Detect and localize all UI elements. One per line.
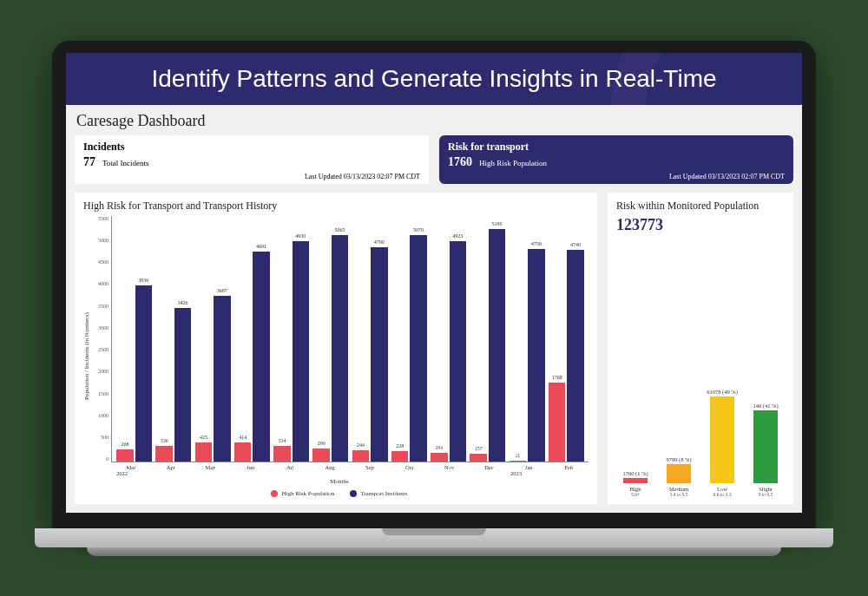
bar-transport[interactable]: 4790 bbox=[371, 247, 387, 461]
bar-high-risk[interactable]: 191 bbox=[431, 453, 447, 462]
x-tick: Feb bbox=[549, 462, 589, 470]
bar-value-label: 244 bbox=[357, 442, 365, 448]
chart-title: High Risk for Transport and Transport Hi… bbox=[83, 200, 589, 213]
year-2022: 2022 bbox=[111, 470, 507, 476]
bar-value-label: 1768 bbox=[552, 375, 562, 380]
legend-swatch-red bbox=[271, 490, 278, 497]
chart-xlabel: Months bbox=[90, 478, 589, 485]
bar-value-label: 3697 bbox=[217, 288, 227, 293]
legend-high-risk: High Risk Population bbox=[271, 490, 334, 497]
y-tick: 2500 bbox=[90, 347, 108, 352]
bar-transport[interactable]: 5190 bbox=[489, 229, 505, 461]
bar-high-risk[interactable]: 336 bbox=[155, 446, 172, 461]
bar-transport[interactable]: 4740 bbox=[567, 250, 583, 462]
bar-value-label: 228 bbox=[396, 443, 404, 449]
bar-high-risk[interactable]: 334 bbox=[273, 446, 290, 461]
bar-high-risk[interactable]: 244 bbox=[352, 450, 369, 462]
bar-high-risk[interactable]: 11 bbox=[510, 461, 526, 462]
panel-risk-population: Risk within Monitored Population 123773 … bbox=[608, 193, 793, 504]
month-group: 1914923 bbox=[430, 216, 467, 462]
bar-value-label: 4691 bbox=[256, 244, 266, 249]
month-group: 2905065 bbox=[312, 216, 349, 462]
y-tick: 0 bbox=[90, 456, 108, 462]
bar-high-risk[interactable]: 425 bbox=[195, 442, 212, 462]
month-group: 17684740 bbox=[548, 216, 585, 462]
bar-high-risk[interactable]: 414 bbox=[234, 442, 251, 461]
month-group: 1575190 bbox=[469, 216, 506, 462]
screen-bezel: Identify Patterns and Generate Insights … bbox=[52, 41, 816, 528]
card-risk-value: 1760 bbox=[448, 155, 472, 169]
risk-value-label: 61078 (49 %) bbox=[707, 389, 738, 395]
bar-value-label: 334 bbox=[278, 438, 286, 443]
risk-category-label: High bbox=[630, 486, 641, 492]
page-title: Caresage Dashboard bbox=[76, 112, 793, 130]
risk-panel-title: Risk within Monitored Population bbox=[616, 200, 785, 213]
summary-cards: Incidents 77 Total Incidents Last Update… bbox=[75, 135, 793, 184]
y-tick: 4000 bbox=[90, 281, 108, 286]
bar-transport[interactable]: 5065 bbox=[332, 235, 348, 462]
bar-transport[interactable]: 3697 bbox=[214, 296, 230, 461]
laptop-base bbox=[35, 528, 833, 547]
risk-range-label: 0.6 to 3.3 bbox=[713, 492, 732, 497]
legend-label-1: Transport Incidents bbox=[360, 490, 407, 497]
bar-transport[interactable]: 4930 bbox=[293, 241, 309, 462]
y-tick: 500 bbox=[90, 435, 108, 440]
risk-bar[interactable] bbox=[753, 410, 778, 483]
bar-value-label: 5070 bbox=[413, 227, 424, 233]
banner: Identify Patterns and Generate Insights … bbox=[66, 53, 802, 105]
month-group: 2683936 bbox=[115, 216, 153, 462]
x-tick: Dec bbox=[469, 462, 509, 470]
x-tick: Nov bbox=[430, 462, 470, 470]
risk-bar[interactable] bbox=[667, 464, 691, 483]
bar-transport[interactable]: 3426 bbox=[174, 308, 191, 461]
month-group: 2444790 bbox=[352, 216, 389, 462]
bar-high-risk[interactable]: 268 bbox=[116, 449, 133, 462]
legend-transport-incidents: Transport Incidents bbox=[350, 490, 407, 497]
bar-high-risk[interactable]: 1768 bbox=[549, 383, 565, 462]
bar-transport[interactable]: 4923 bbox=[450, 241, 466, 461]
risk-range-label: 3.4 to 5.5 bbox=[670, 492, 688, 497]
bar-transport[interactable]: 4759 bbox=[528, 249, 544, 462]
risk-bar[interactable] bbox=[623, 478, 648, 483]
x-tick: Jul bbox=[270, 462, 310, 470]
bar-transport[interactable]: 5070 bbox=[410, 235, 426, 462]
y-tick: 2000 bbox=[90, 369, 108, 374]
bar-value-label: 4790 bbox=[374, 239, 385, 245]
month-group: 2285070 bbox=[391, 216, 428, 462]
chart-ylabel: Population / Incidents (in Numbers) bbox=[83, 216, 90, 497]
laptop-foot bbox=[87, 547, 781, 556]
month-group: 4144691 bbox=[233, 216, 271, 462]
risk-category-label: Medium bbox=[669, 486, 688, 492]
y-tick: 5500 bbox=[90, 216, 108, 221]
month-group: 3344930 bbox=[273, 216, 310, 462]
card-incidents-sub: Total Incidents bbox=[102, 159, 149, 167]
bar-high-risk[interactable]: 157 bbox=[470, 454, 486, 461]
panels: High Risk for Transport and Transport Hi… bbox=[75, 193, 793, 504]
bar-transport[interactable]: 3936 bbox=[135, 285, 152, 462]
x-tick: Aug bbox=[310, 462, 350, 470]
bar-value-label: 268 bbox=[121, 442, 128, 447]
card-incidents-value: 77 bbox=[83, 155, 95, 169]
bar-value-label: 3426 bbox=[178, 300, 188, 305]
card-risk-title: Risk for transport bbox=[448, 141, 785, 154]
card-incidents-title: Incidents bbox=[83, 141, 420, 154]
card-risk-sub: High Risk Population bbox=[479, 159, 547, 167]
risk-bars: 1760 (1 %)High5.6+9789 (8 %)Medium3.4 to… bbox=[616, 239, 785, 497]
bar-transport[interactable]: 4691 bbox=[253, 252, 269, 461]
card-risk-transport[interactable]: Risk for transport 1760 High Risk Popula… bbox=[439, 135, 793, 184]
card-incidents[interactable]: Incidents 77 Total Incidents Last Update… bbox=[75, 135, 429, 184]
risk-value-label: 146 (41 %) bbox=[753, 403, 778, 409]
risk-value-label: 9789 (8 %) bbox=[666, 456, 691, 462]
risk-col-low: 61078 (49 %)Low0.6 to 3.3 bbox=[705, 389, 740, 497]
risk-bar[interactable] bbox=[710, 396, 734, 483]
bar-value-label: 336 bbox=[161, 438, 168, 443]
screen: Identify Patterns and Generate Insights … bbox=[66, 53, 802, 513]
bar-high-risk[interactable]: 290 bbox=[312, 449, 329, 462]
bar-high-risk[interactable]: 228 bbox=[391, 451, 408, 462]
banner-title: Identify Patterns and Generate Insights … bbox=[151, 65, 716, 92]
chart-year-row: 2022 2023 bbox=[90, 470, 589, 476]
bar-value-label: 157 bbox=[475, 446, 483, 451]
risk-category-label: Low bbox=[717, 486, 727, 492]
x-tick: Sep bbox=[350, 462, 390, 470]
chart-bars: 2683936336342642536974144691334493029050… bbox=[111, 216, 589, 462]
